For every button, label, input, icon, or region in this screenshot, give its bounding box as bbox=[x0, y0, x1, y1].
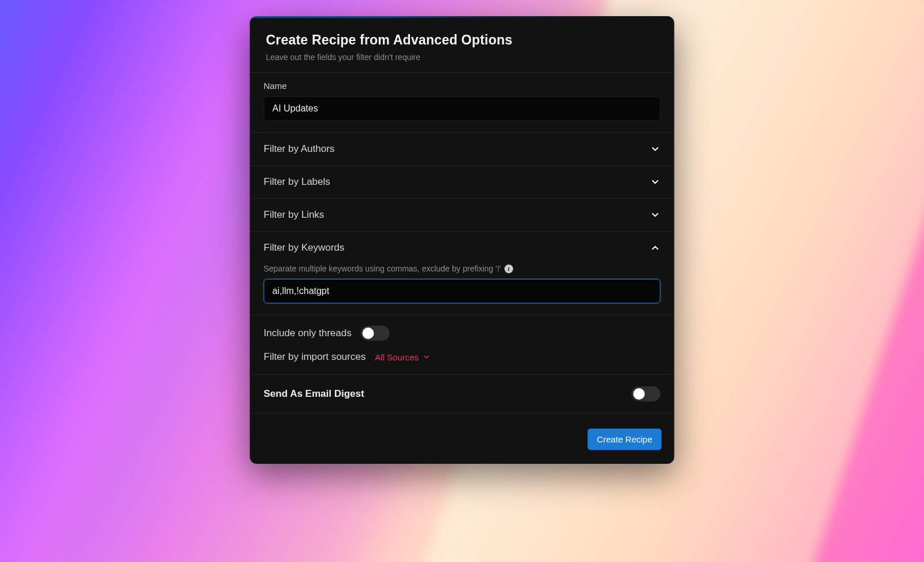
keywords-body: Separate multiple keywords using commas,… bbox=[250, 264, 675, 315]
modal-header: Create Recipe from Advanced Options Leav… bbox=[250, 16, 675, 73]
threads-toggle[interactable] bbox=[361, 326, 390, 341]
keywords-hint: Separate multiple keywords using commas,… bbox=[264, 264, 501, 273]
chevron-down-icon bbox=[422, 353, 430, 361]
filter-labels-row[interactable]: Filter by Labels bbox=[250, 166, 675, 199]
chevron-up-icon bbox=[650, 243, 661, 253]
create-recipe-button[interactable]: Create Recipe bbox=[588, 429, 662, 450]
modal-title: Create Recipe from Advanced Options bbox=[266, 32, 658, 48]
filter-keywords-row[interactable]: Filter by Keywords bbox=[250, 232, 675, 264]
filter-keywords-label: Filter by Keywords bbox=[264, 242, 345, 254]
filter-labels-label: Filter by Labels bbox=[264, 176, 330, 188]
chevron-down-icon bbox=[650, 210, 661, 220]
options-section: Include only threads Filter by import so… bbox=[250, 315, 675, 375]
sources-value: All Sources bbox=[375, 352, 419, 362]
filter-links-label: Filter by Links bbox=[264, 209, 325, 221]
digest-row: Send As Email Digest bbox=[250, 375, 675, 414]
sources-dropdown[interactable]: All Sources bbox=[375, 352, 430, 362]
keywords-input[interactable] bbox=[264, 279, 661, 303]
name-input[interactable] bbox=[264, 96, 661, 121]
digest-toggle[interactable] bbox=[632, 386, 661, 401]
info-icon[interactable]: i bbox=[504, 265, 513, 273]
chevron-down-icon bbox=[650, 144, 661, 154]
name-label: Name bbox=[264, 81, 661, 91]
filter-links-row[interactable]: Filter by Links bbox=[250, 199, 675, 232]
create-recipe-modal: Create Recipe from Advanced Options Leav… bbox=[250, 16, 675, 464]
modal-subtitle: Leave out the fields your filter didn't … bbox=[266, 53, 658, 62]
digest-label: Send As Email Digest bbox=[264, 388, 364, 400]
threads-label: Include only threads bbox=[264, 327, 352, 339]
sources-label: Filter by import sources bbox=[264, 351, 366, 363]
modal-footer: Create Recipe bbox=[250, 414, 675, 464]
name-section: Name bbox=[250, 73, 675, 133]
filter-authors-row[interactable]: Filter by Authors bbox=[250, 133, 675, 166]
filter-authors-label: Filter by Authors bbox=[264, 143, 335, 155]
chevron-down-icon bbox=[650, 177, 661, 187]
